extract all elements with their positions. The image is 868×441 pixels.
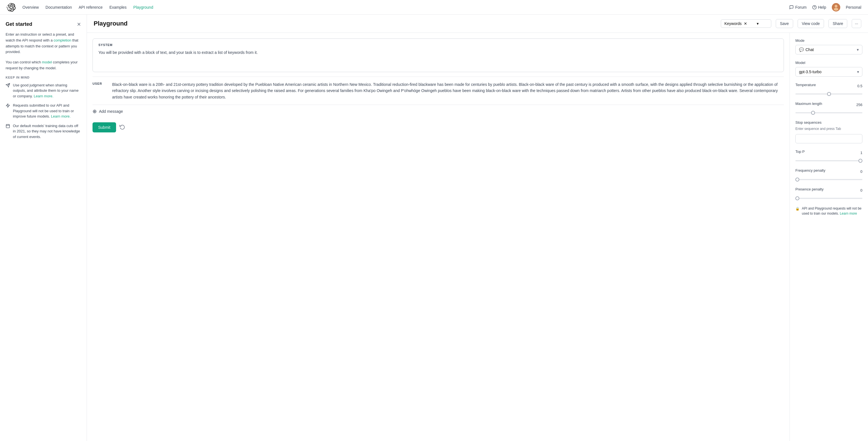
list-item: Use good judgment when sharing outputs, … bbox=[6, 83, 81, 99]
presence-penalty-label: Presence penalty bbox=[796, 187, 824, 191]
presence-penalty-section: Presence penalty 0 bbox=[796, 187, 862, 200]
top-p-label: Top P bbox=[796, 149, 805, 154]
system-label: SYSTEM bbox=[98, 43, 778, 47]
send-icon bbox=[6, 83, 10, 89]
nav-playground[interactable]: Playground bbox=[133, 5, 153, 9]
frequency-penalty-slider[interactable] bbox=[796, 179, 862, 180]
presence-penalty-row: Presence penalty 0 bbox=[796, 187, 862, 194]
chat-mode-icon: 💬 bbox=[799, 48, 804, 52]
model-section: Model gpt-3.5-turbo gpt-4 text-davinci-0… bbox=[796, 61, 862, 77]
flash-icon bbox=[6, 103, 10, 110]
frequency-penalty-value: 0 bbox=[861, 170, 862, 174]
right-panel: Mode 💬 Chat ▾ Model gpt-3.5-turbo gpt-4 bbox=[789, 33, 868, 441]
user-role-label: USER bbox=[93, 81, 106, 100]
model-selector[interactable]: gpt-3.5-turbo gpt-4 text-davinci-003 bbox=[796, 67, 862, 77]
stop-sequences-input[interactable] bbox=[796, 134, 862, 143]
frequency-penalty-section: Frequency penalty 0 bbox=[796, 168, 862, 181]
api-note: 🔒 API and Playground requests will not b… bbox=[796, 206, 862, 216]
top-p-slider[interactable] bbox=[796, 160, 862, 161]
top-p-row: Top P 1 bbox=[796, 149, 862, 156]
learn-more-link-1[interactable]: Learn more. bbox=[34, 94, 53, 98]
logo-icon[interactable] bbox=[7, 3, 16, 12]
keep-in-mind-title: KEEP IN MIND bbox=[6, 76, 81, 79]
user-message-text[interactable]: Black-on-black ware is a 20th- and 21st-… bbox=[112, 81, 784, 100]
preset-clear-icon[interactable]: ✕ bbox=[744, 21, 754, 26]
nav-examples[interactable]: Examples bbox=[109, 5, 126, 9]
playground-header: Playground Keywords ✕ ▾ Save View code S… bbox=[87, 14, 868, 33]
save-button[interactable]: Save bbox=[776, 19, 793, 28]
model-selector-wrapper: gpt-3.5-turbo gpt-4 text-davinci-003 bbox=[796, 67, 862, 77]
user-message-row: USER Black-on-black ware is a 20th- and … bbox=[93, 77, 784, 105]
stop-sequences-label: Stop sequences bbox=[796, 120, 862, 124]
presence-penalty-value: 0 bbox=[861, 188, 862, 193]
temperature-value: 0.5 bbox=[857, 84, 862, 88]
model-label: Model bbox=[796, 61, 862, 65]
svg-rect-7 bbox=[6, 124, 9, 128]
api-note-learn-more-link[interactable]: Learn more bbox=[840, 211, 857, 215]
chevron-down-icon[interactable]: ▾ bbox=[757, 21, 767, 26]
plus-circle-icon: ⊕ bbox=[93, 108, 97, 114]
max-length-slider[interactable] bbox=[796, 112, 862, 113]
mode-value: Chat bbox=[805, 48, 814, 52]
main-layout: Get started ✕ Enter an instruction or se… bbox=[0, 14, 868, 441]
history-button[interactable] bbox=[119, 124, 125, 131]
top-p-value: 1 bbox=[861, 151, 862, 155]
mode-selector[interactable]: 💬 Chat ▾ bbox=[796, 45, 862, 54]
temperature-row: Temperature 0.5 bbox=[796, 83, 862, 89]
sidebar-close-button[interactable]: ✕ bbox=[77, 22, 81, 27]
temperature-slider[interactable] bbox=[796, 93, 862, 94]
frequency-penalty-label: Frequency penalty bbox=[796, 168, 826, 173]
preset-selector[interactable]: Keywords ✕ ▾ bbox=[721, 19, 771, 28]
more-options-button[interactable]: ··· bbox=[852, 19, 861, 28]
calendar-icon bbox=[6, 124, 10, 130]
stop-sequences-section: Stop sequences Enter sequence and press … bbox=[796, 120, 862, 143]
system-text[interactable]: You will be provided with a block of tex… bbox=[98, 49, 778, 56]
presence-penalty-slider[interactable] bbox=[796, 198, 862, 199]
add-message-label: Add message bbox=[99, 109, 123, 114]
top-p-section: Top P 1 bbox=[796, 149, 862, 162]
nav-overview[interactable]: Overview bbox=[23, 5, 39, 9]
max-length-value: 256 bbox=[856, 103, 862, 107]
view-code-button[interactable]: View code bbox=[798, 19, 824, 28]
stop-sequences-hint: Enter sequence and press Tab bbox=[796, 127, 862, 131]
preset-value: Keywords bbox=[724, 21, 742, 26]
keep-in-mind-list: Use good judgment when sharing outputs, … bbox=[6, 83, 81, 140]
nav-documentation[interactable]: Documentation bbox=[45, 5, 72, 9]
temperature-section: Temperature 0.5 bbox=[796, 83, 862, 95]
sidebar-header: Get started ✕ bbox=[6, 21, 81, 27]
lock-icon: 🔒 bbox=[796, 206, 800, 216]
learn-more-link-2[interactable]: Learn more. bbox=[51, 114, 71, 118]
nav-right-actions: Forum Help Personal bbox=[789, 3, 861, 11]
panels: SYSTEM You will be provided with a block… bbox=[87, 33, 868, 441]
add-message-button[interactable]: ⊕ Add message bbox=[93, 105, 784, 118]
forum-link[interactable]: Forum bbox=[789, 5, 806, 9]
submit-area: Submit bbox=[93, 118, 784, 135]
chevron-down-icon: ▾ bbox=[857, 48, 859, 52]
mode-section: Mode 💬 Chat ▾ bbox=[796, 38, 862, 54]
completion-link[interactable]: completion bbox=[54, 38, 71, 42]
list-item: Requests submitted to our API and Playgr… bbox=[6, 103, 81, 119]
content-area: Playground Keywords ✕ ▾ Save View code S… bbox=[87, 14, 868, 441]
mode-label: Mode bbox=[796, 38, 862, 42]
frequency-penalty-row: Frequency penalty 0 bbox=[796, 168, 862, 175]
nav-links: Overview Documentation API reference Exa… bbox=[23, 5, 789, 9]
avatar[interactable] bbox=[832, 3, 840, 11]
sidebar-model-intro: You can control which model completes yo… bbox=[6, 59, 81, 71]
max-length-row: Maximum length 256 bbox=[796, 101, 862, 108]
help-link[interactable]: Help bbox=[812, 5, 826, 9]
temperature-label: Temperature bbox=[796, 83, 816, 87]
share-button[interactable]: Share bbox=[829, 19, 847, 28]
submit-button[interactable]: Submit bbox=[93, 122, 116, 133]
calendar-text: Our default models' training data cuts o… bbox=[13, 123, 81, 140]
sidebar-title: Get started bbox=[6, 21, 32, 27]
sidebar-intro: Enter an instruction or select a preset,… bbox=[6, 32, 81, 55]
personal-label[interactable]: Personal bbox=[846, 5, 861, 9]
max-length-label: Maximum length bbox=[796, 101, 822, 106]
top-nav: Overview Documentation API reference Exa… bbox=[0, 0, 868, 14]
svg-point-3 bbox=[835, 5, 837, 7]
model-link[interactable]: model bbox=[42, 60, 52, 64]
svg-point-4 bbox=[834, 8, 838, 11]
stop-sequences-label-row: Stop sequences Enter sequence and press … bbox=[796, 120, 862, 133]
list-item: Our default models' training data cuts o… bbox=[6, 123, 81, 140]
nav-api-reference[interactable]: API reference bbox=[79, 5, 103, 9]
